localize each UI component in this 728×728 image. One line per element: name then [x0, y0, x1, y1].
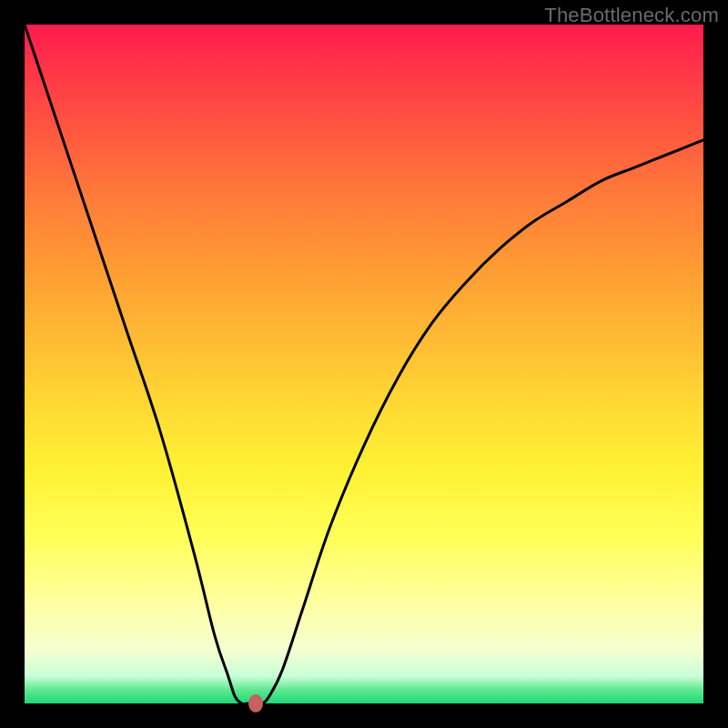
plot-area: [25, 25, 703, 703]
bottleneck-curve: [25, 25, 703, 704]
curve-svg: [25, 25, 703, 703]
minimum-marker: [248, 694, 263, 713]
chart-frame: TheBottleneck.com: [0, 0, 728, 728]
